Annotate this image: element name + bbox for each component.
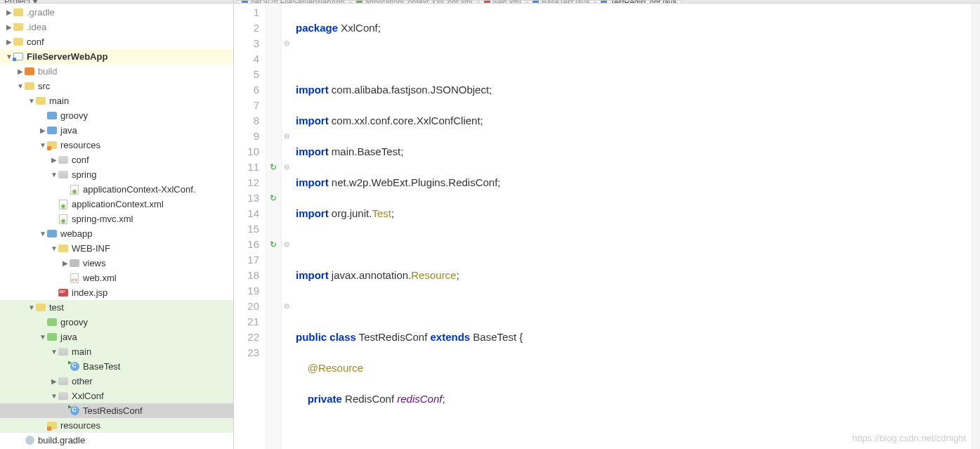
tree-label: web.xml (83, 273, 117, 283)
tree-item-views[interactable]: views (0, 256, 233, 271)
tree-label: resources (60, 140, 100, 150)
tree-item-gradle[interactable]: .gradle (0, 5, 233, 20)
tree-label: build (38, 66, 57, 77)
tree-item-appctx-xxl[interactable]: applicationContext-XxlConf. (0, 182, 233, 197)
chevron-right-icon[interactable] (62, 259, 69, 267)
tree-label: applicationContext-XxlConf. (83, 184, 195, 195)
tree-item-groovy[interactable]: groovy (0, 108, 233, 123)
spring-config-icon (59, 200, 67, 209)
tree-item-resources[interactable]: resources (0, 138, 233, 152)
tree-label: main (49, 96, 69, 106)
tree-item-main2[interactable]: main (0, 344, 233, 359)
chevron-down-icon[interactable] (6, 53, 13, 60)
web-folder-icon (47, 230, 57, 237)
chevron-down-icon[interactable] (51, 392, 58, 400)
line-number-gutter[interactable]: 1234567891011121314151617181920212223 (234, 4, 265, 449)
tree-item-main[interactable]: main (0, 93, 233, 108)
tree-item-spring[interactable]: spring (0, 167, 233, 182)
editor-tab[interactable]: applicationContext-XxlConf.xml (351, 0, 478, 4)
tree-item-src[interactable]: src (0, 79, 233, 93)
tree-item-java[interactable]: java (0, 123, 233, 138)
chevron-right-icon[interactable] (17, 67, 24, 75)
code-text: com.xxl.conf.core.XxlConfClient; (329, 115, 483, 126)
tree-item-groovy2[interactable]: groovy (0, 315, 233, 330)
tree-item-springmvc[interactable]: spring-mvc.xml (0, 212, 233, 226)
chevron-right-icon[interactable] (6, 38, 13, 46)
marker-gutter[interactable]: ↻↻↻ (265, 4, 282, 449)
code-content[interactable]: package XxlConf; import com.alibaba.fast… (292, 4, 980, 449)
chevron-right-icon[interactable] (51, 156, 58, 164)
tree-item-appctx[interactable]: applicationContext.xml (0, 197, 233, 212)
tree-label: groovy (60, 317, 88, 327)
tree-label: main (72, 346, 91, 357)
file-type-icon (356, 0, 362, 4)
tree-item-basetest[interactable]: BaseTest (0, 359, 233, 374)
tree-item-build[interactable]: build (0, 64, 233, 79)
tree-label: resources (60, 420, 100, 431)
tree-item-webxml[interactable]: web.xml (0, 271, 233, 285)
chevron-down-icon[interactable] (39, 333, 46, 341)
tree-label: XxlConf (72, 391, 104, 401)
tree-item-idea[interactable]: .idea (0, 20, 233, 34)
tree-item-indexjsp[interactable]: index.jsp (0, 285, 233, 300)
tree-label: groovy (60, 110, 88, 121)
tree-label: src (38, 81, 50, 91)
tree-label: .gradle (27, 7, 55, 18)
tree-item-webapp[interactable]: webapp (0, 226, 233, 241)
code-text: com.alibaba.fastjson.JSONObject; (329, 84, 492, 96)
project-tree[interactable]: .gradle .idea conf FileServerWebApp buil… (0, 4, 233, 449)
chevron-down-icon[interactable] (39, 141, 46, 149)
chevron-down-icon[interactable] (39, 230, 46, 237)
chevron-down-icon[interactable] (28, 304, 35, 311)
tree-item-conf2[interactable]: conf (0, 152, 233, 167)
tree-label: TestRedisConf (83, 405, 143, 416)
chevron-down-icon[interactable] (28, 97, 35, 105)
editor-tab-active[interactable]: TestRedisConf.java (596, 0, 681, 4)
tree-item-module[interactable]: FileServerWebApp (0, 49, 233, 64)
tree-label: conf (27, 37, 44, 47)
annotation: @Resource (308, 362, 363, 374)
code-text: ; (442, 393, 445, 405)
folder-icon (36, 97, 46, 105)
code-text: net.w2p.WebExt.Plugins.RedisConf; (329, 176, 501, 188)
editor-tab[interactable]: web.xml (479, 0, 526, 4)
annotation: Test (372, 207, 391, 219)
spring-config-icon (70, 185, 79, 195)
code-text: ; (391, 207, 394, 219)
package-icon (58, 348, 68, 356)
package-icon (58, 171, 68, 178)
tree-item-conf[interactable]: conf (0, 34, 233, 49)
resources-folder-icon (47, 141, 57, 149)
chevron-down-icon[interactable] (51, 245, 58, 252)
chevron-right-icon[interactable] (6, 23, 13, 31)
chevron-down-icon[interactable] (51, 171, 58, 178)
tree-item-testredis[interactable]: TestRedisConf (0, 403, 233, 418)
tree-label: .idea (27, 22, 46, 32)
module-icon (13, 53, 23, 60)
keyword: import (296, 115, 329, 126)
chevron-right-icon[interactable] (6, 8, 13, 16)
folder-icon (25, 67, 34, 75)
tree-item-java2[interactable]: java (0, 330, 233, 344)
tree-item-webinf[interactable]: WEB-INF (0, 241, 233, 256)
chevron-down-icon[interactable] (17, 82, 24, 90)
editor-tab[interactable]: BaseTest.java (528, 0, 594, 4)
chevron-right-icon[interactable] (51, 377, 58, 385)
tree-item-resources2[interactable]: resources (0, 418, 233, 433)
class-name: TestRedisConf (356, 331, 431, 343)
tree-item-other[interactable]: other (0, 374, 233, 389)
tree-item-test[interactable]: test (0, 300, 233, 315)
chevron-down-icon[interactable] (51, 348, 58, 356)
keyword: package (296, 22, 338, 34)
gradle-file-icon (25, 436, 34, 445)
fold-gutter[interactable]: ⊖⊖⊖⊖⊖ (282, 4, 292, 449)
tree-item-xxlconf[interactable]: XxlConf (0, 389, 233, 403)
editor-scrollbar[interactable] (972, 4, 980, 449)
tab-label: web.xml (493, 0, 521, 4)
tree-item-buildgradle[interactable]: build.gradle (0, 433, 233, 448)
jsp-file-icon (58, 289, 68, 297)
editor-tab[interactable]: net.w2p.FileServerWebApp (237, 0, 350, 4)
chevron-right-icon[interactable] (39, 126, 46, 134)
code-editor[interactable]: 1234567891011121314151617181920212223 ↻↻… (234, 4, 980, 449)
test-source-folder-icon (47, 333, 57, 341)
